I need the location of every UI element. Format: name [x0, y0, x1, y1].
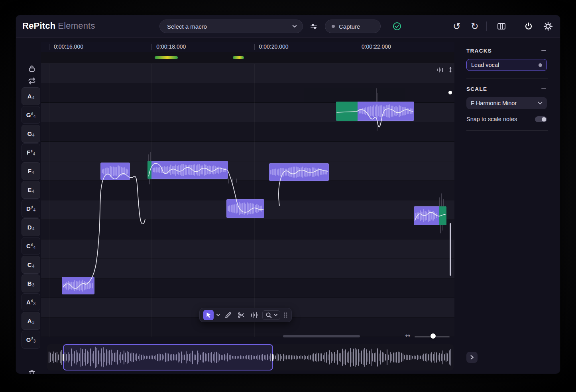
pen-tool-button[interactable]: [223, 310, 233, 320]
tracks-section-header: TRACKS: [466, 47, 547, 54]
overview-bar: [427, 353, 427, 362]
overview-bar: [406, 355, 407, 360]
overview-bar: [323, 355, 324, 359]
pitch-key-gs4[interactable]: G♯4: [22, 106, 40, 124]
undo-button[interactable]: ↺: [451, 20, 463, 32]
pitch-key-a3[interactable]: A3: [22, 312, 40, 330]
pitch-key-d4[interactable]: D4: [22, 218, 40, 236]
trash-icon: [28, 369, 36, 374]
overview-bar: [318, 353, 319, 362]
note-e4[interactable]: [147, 161, 228, 179]
time-ruler[interactable]: 0:00:16.0000:00:18.0000:00:20.0000:00:22…: [41, 42, 454, 52]
bypass-power-button[interactable]: [523, 20, 535, 32]
note-d4[interactable]: [414, 206, 446, 225]
tuned-segment: [147, 161, 151, 179]
zoom-tool-chevron-icon: [274, 314, 277, 316]
snap-toggle[interactable]: [535, 116, 547, 122]
overview-bar: [328, 354, 328, 360]
pitch-key-g4[interactable]: G4: [22, 125, 40, 143]
scissors-tool-button[interactable]: [236, 310, 246, 320]
pitch-key-c4[interactable]: C4: [22, 256, 40, 274]
ruler-tick: [151, 44, 152, 50]
capture-button[interactable]: Capture: [325, 20, 381, 33]
layout-columns-button[interactable]: [495, 20, 507, 32]
track-item-lead-vocal[interactable]: Lead vocal: [466, 59, 547, 71]
cursor-icon: [205, 312, 212, 319]
capture-region-marker[interactable]: [233, 56, 244, 59]
vertical-scrollbar[interactable]: [450, 223, 451, 276]
overview-bar: [61, 350, 62, 365]
overview-bar: [344, 351, 344, 364]
overview-bar: [417, 355, 418, 360]
delete-selection-button[interactable]: [27, 368, 37, 374]
redo-button[interactable]: ↻: [469, 20, 481, 32]
scale-dropdown[interactable]: F Harmonic Minor: [466, 97, 547, 109]
note-e4[interactable]: [100, 163, 130, 180]
macro-settings-button[interactable]: [308, 20, 320, 32]
settings-button[interactable]: [542, 20, 554, 32]
macro-dropdown[interactable]: Select a macro: [159, 20, 303, 33]
horizontal-scrollbar[interactable]: [283, 335, 360, 337]
note-inner-waveform: [228, 199, 263, 218]
pitch-key-fs4[interactable]: F♯4: [22, 143, 40, 161]
waveform-tool-button[interactable]: [249, 310, 259, 320]
note-inner-waveform: [102, 163, 129, 180]
minus-icon: [541, 50, 546, 51]
collapse-tracks-button[interactable]: [541, 47, 547, 54]
pitch-key-a4[interactable]: A4: [22, 87, 40, 105]
overview-bar: [315, 354, 316, 361]
overview-bar: [436, 352, 437, 363]
pitch-key-as3[interactable]: A♯3: [22, 293, 40, 311]
zoom-tool-button[interactable]: [262, 310, 280, 320]
pitch-key-e4[interactable]: E4: [22, 181, 40, 199]
zoom-slider-handle[interactable]: [431, 333, 436, 339]
collapse-scale-button[interactable]: [541, 86, 547, 92]
vertical-zoom-handle[interactable]: [448, 91, 452, 94]
waveform-icon: [250, 311, 258, 319]
capture-region-marker[interactable]: [155, 56, 178, 59]
toolbar-drag-handle[interactable]: [283, 312, 288, 319]
pitch-key-gs3[interactable]: G♯3: [22, 331, 40, 349]
overview-bar: [419, 355, 419, 359]
overview-bar: [414, 355, 415, 359]
overview-bar: [368, 353, 368, 362]
note-waveform-toggle-icon[interactable]: [436, 66, 444, 73]
overview-bar: [60, 351, 61, 363]
overview-bar: [374, 353, 375, 362]
lock-button[interactable]: [27, 64, 37, 73]
overview-bar: [299, 356, 300, 359]
note-d4[interactable]: [226, 199, 264, 218]
overview-selection[interactable]: [63, 344, 273, 370]
pitch-key-ds4[interactable]: D♯4: [22, 200, 40, 218]
selection-left-handle[interactable]: [63, 354, 64, 361]
loop-icon: [28, 76, 36, 85]
pitch-key-f4[interactable]: F4: [22, 162, 40, 180]
pointer-tool-chevron[interactable]: [216, 314, 220, 316]
pitch-grid[interactable]: [41, 64, 454, 337]
note-e4[interactable]: [269, 163, 329, 181]
overview-bar: [431, 352, 432, 363]
pitch-key-b3[interactable]: B3: [22, 274, 40, 292]
overview-bar: [277, 353, 277, 361]
overview-bar: [383, 353, 384, 362]
pitch-key-cs4[interactable]: C♯4: [22, 237, 40, 255]
overview-bar: [52, 354, 53, 361]
overview-bar: [388, 355, 389, 360]
sidebar-expand-button[interactable]: [466, 352, 478, 363]
brand-bold: RePitch: [22, 21, 55, 31]
vertical-scale-icon[interactable]: [447, 66, 454, 73]
overview-waveform[interactable]: [47, 344, 454, 370]
note-as3[interactable]: [62, 277, 94, 294]
pointer-tool-button[interactable]: [203, 310, 214, 320]
overview-bar: [302, 356, 303, 359]
note-inner-waveform: [63, 277, 93, 294]
overview-bar: [438, 355, 438, 360]
ruler-tick: [49, 44, 49, 50]
tracks-title: TRACKS: [466, 48, 492, 54]
loop-button[interactable]: [27, 76, 37, 86]
note-g4[interactable]: [336, 102, 414, 121]
overview-bar: [366, 349, 367, 365]
overview-bar: [393, 353, 394, 363]
selection-right-handle[interactable]: [272, 354, 273, 361]
overview-bar: [363, 349, 364, 365]
